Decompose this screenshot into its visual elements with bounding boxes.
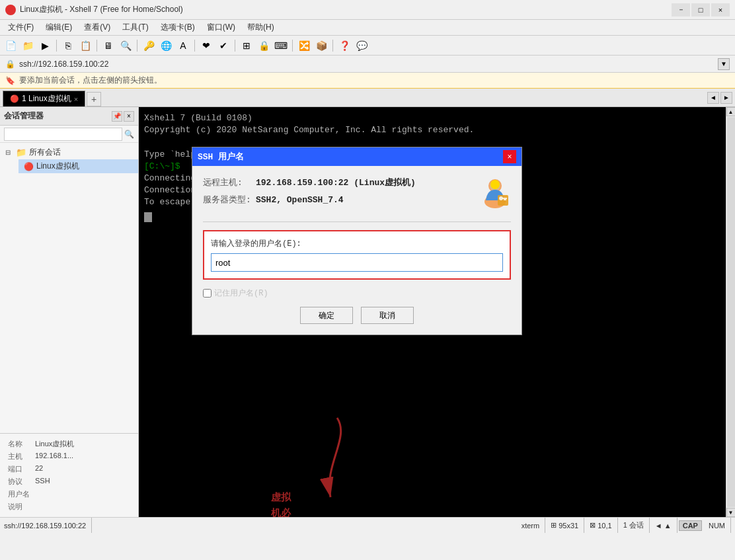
modal-close-button[interactable]: × bbox=[503, 150, 516, 163]
sidebar-header: 会话管理器 📌 × bbox=[0, 107, 138, 126]
minimize-button[interactable]: － bbox=[672, 3, 690, 17]
toolbar-btn-font[interactable]: A bbox=[175, 38, 191, 53]
toolbar-btn-grid[interactable]: ⊞ bbox=[239, 38, 254, 53]
menu-window[interactable]: 窗口(W) bbox=[202, 20, 241, 34]
info-value-name: Linux虚拟机 bbox=[32, 438, 133, 450]
toolbar-btn-copy[interactable]: ⎘ bbox=[60, 38, 76, 53]
toolbar-btn-heart[interactable]: ❤ bbox=[198, 38, 214, 53]
tree-root-item[interactable]: ⊟ 📁 所有会话 bbox=[0, 145, 138, 159]
sidebar-pin-btn[interactable]: 📌 bbox=[112, 111, 122, 122]
info-row-name: 名称 Linux虚拟机 bbox=[5, 438, 133, 450]
toolbar-btn-msg[interactable]: 💬 bbox=[354, 38, 369, 53]
nav-up-icon[interactable]: ▲ bbox=[664, 522, 672, 530]
info-value-host: 192.168.1... bbox=[32, 450, 133, 463]
menu-file[interactable]: 文件(F) bbox=[3, 20, 39, 34]
address-url: ssh://192.168.159.100:22 bbox=[19, 60, 714, 69]
menu-options[interactable]: 选项卡(B) bbox=[155, 20, 200, 34]
modal-buttons: 确定 取消 bbox=[203, 307, 511, 324]
title-bar: Linux虚拟机 - Xshell 7 (Free for Home/Schoo… bbox=[0, 0, 735, 20]
toolbar-sep-7 bbox=[332, 40, 333, 52]
close-button[interactable]: × bbox=[711, 3, 730, 17]
window-controls: － □ × bbox=[672, 3, 730, 17]
toolbar-btn-arrow[interactable]: ▶ bbox=[37, 38, 53, 53]
toolbar-btn-check[interactable]: ✔ bbox=[215, 38, 231, 53]
status-size: ⊞ 95x31 bbox=[545, 518, 584, 533]
scrollbar-track bbox=[727, 117, 735, 507]
info-bar: 🔖 要添加当前会话，点击左侧的箭头按钮。 bbox=[0, 73, 735, 89]
sidebar-search: 🔍 bbox=[0, 126, 138, 143]
status-bar: ssh://192.168.159.100:22 xterm ⊞ 95x31 ⊠… bbox=[0, 517, 735, 533]
toolbar-sep-4 bbox=[194, 40, 195, 52]
toolbar-btn-zoom[interactable]: 🔍 bbox=[118, 38, 134, 53]
scrollbar-down-btn[interactable]: ▼ bbox=[726, 508, 736, 517]
title-bar-left: Linux虚拟机 - Xshell 7 (Free for Home/Schoo… bbox=[5, 4, 183, 15]
nav-left-icon[interactable]: ◄ bbox=[655, 522, 662, 530]
menu-tools[interactable]: 工具(T) bbox=[117, 20, 153, 34]
sidebar-search-input[interactable] bbox=[4, 128, 122, 141]
menu-view[interactable]: 查看(V) bbox=[79, 20, 116, 34]
content-wrapper: 会话管理器 📌 × 🔍 ⊟ 📁 所有会话 🔴 Linux虚拟机 bbox=[0, 107, 735, 517]
modal-info-table: 远程主机: 192.168.159.100:22 (Linux虚拟机) 服务器类… bbox=[203, 177, 469, 211]
address-lock-icon: 🔒 bbox=[5, 60, 15, 69]
toolbar-btn-arrow2[interactable]: 🔀 bbox=[296, 38, 312, 53]
toolbar-sep-3 bbox=[137, 40, 137, 52]
tab-nav-right[interactable]: ► bbox=[720, 92, 732, 104]
window-title: Linux虚拟机 - Xshell 7 (Free for Home/Schoo… bbox=[20, 4, 183, 15]
toolbar-btn-lock[interactable]: 🔒 bbox=[256, 38, 272, 53]
modal-ok-button[interactable]: 确定 bbox=[300, 307, 353, 324]
info-row-proto: 协议 SSH bbox=[5, 475, 133, 488]
sidebar-close-btn[interactable]: × bbox=[124, 111, 134, 122]
tab-bar: 🔴 1 Linux虚拟机 × + ◄ ► bbox=[0, 89, 735, 107]
tab-close-btn[interactable]: × bbox=[74, 95, 78, 103]
menu-edit[interactable]: 编辑(E) bbox=[40, 20, 77, 34]
status-caps: CAP bbox=[679, 520, 702, 531]
toolbar-btn-new[interactable]: 📄 bbox=[3, 38, 19, 53]
modal-cancel-button[interactable]: 取消 bbox=[361, 307, 414, 324]
tree-root-label: 所有会话 bbox=[29, 147, 61, 158]
info-row-host: 主机 192.168.1... bbox=[5, 450, 133, 463]
tree-child-linux[interactable]: 🔴 Linux虚拟机 bbox=[19, 159, 138, 173]
menu-help[interactable]: 帮助(H) bbox=[242, 20, 280, 34]
svg-rect-9 bbox=[504, 199, 505, 200]
toolbar-btn-screen[interactable]: 🖥 bbox=[100, 38, 116, 53]
toolbar-btn-paste[interactable]: 📋 bbox=[77, 38, 93, 53]
terminal-area[interactable]: Xshell 7 (Build 0108) Copyright (c) 2020… bbox=[139, 107, 726, 517]
info-row-port: 端口 22 bbox=[5, 463, 133, 475]
tab-nav-left[interactable]: ◄ bbox=[707, 92, 719, 104]
toolbar-btn-open[interactable]: 📁 bbox=[20, 38, 36, 53]
person-icon bbox=[479, 177, 511, 208]
info-value-user bbox=[32, 488, 133, 500]
toolbar-btn-globe[interactable]: 🌐 bbox=[158, 38, 174, 53]
right-scrollbar[interactable]: ▲ ▼ bbox=[726, 107, 735, 517]
scrollbar-up-btn[interactable]: ▲ bbox=[726, 107, 736, 116]
toolbar-btn-transfer[interactable]: 📦 bbox=[313, 38, 329, 53]
tree-area: ⊟ 📁 所有会话 🔴 Linux虚拟机 bbox=[0, 143, 138, 433]
modal-remote-host-label: 远程主机: bbox=[203, 177, 256, 188]
modal-username-input[interactable] bbox=[211, 253, 503, 272]
tab-nav: ◄ ► bbox=[707, 92, 732, 104]
address-dropdown[interactable]: ▼ bbox=[718, 58, 730, 70]
status-pos-value: 10,1 bbox=[598, 522, 611, 530]
svg-rect-8 bbox=[505, 199, 506, 200]
modal-server-type-row: 服务器类型: SSH2, OpenSSH_7.4 bbox=[203, 194, 469, 206]
tab-linux[interactable]: 🔴 1 Linux虚拟机 × bbox=[3, 91, 85, 106]
modal-body: 远程主机: 192.168.159.100:22 (Linux虚拟机) 服务器类… bbox=[192, 166, 522, 335]
tab-add-button[interactable]: + bbox=[87, 92, 101, 106]
toolbar-btn-key[interactable]: 🔑 bbox=[141, 38, 157, 53]
status-position: ⊠ 10,1 bbox=[584, 518, 617, 533]
address-bar: 🔒 ssh://192.168.159.100:22 ▼ bbox=[0, 56, 735, 73]
toolbar-btn-help[interactable]: ❓ bbox=[336, 38, 352, 53]
status-ssh: ssh://192.168.159.100:22 bbox=[4, 518, 92, 533]
modal-overlay: SSH 用户名 × 远程主机: 192.168.159.100:22 (Linu… bbox=[139, 107, 726, 517]
session-icon: 🔴 bbox=[24, 162, 34, 171]
tab-icon: 🔴 bbox=[10, 95, 19, 103]
sidebar-title: 会话管理器 bbox=[4, 110, 44, 122]
toolbar-sep-1 bbox=[56, 40, 57, 52]
info-label-proto: 协议 bbox=[5, 475, 32, 488]
modal-remember-checkbox[interactable] bbox=[203, 289, 212, 298]
toolbar-sep-2 bbox=[97, 40, 97, 52]
modal-server-type-label: 服务器类型: bbox=[203, 194, 256, 206]
maximize-button[interactable]: □ bbox=[691, 3, 710, 17]
info-label-name: 名称 bbox=[5, 438, 32, 450]
toolbar-btn-cmd[interactable]: ⌨ bbox=[273, 38, 289, 53]
